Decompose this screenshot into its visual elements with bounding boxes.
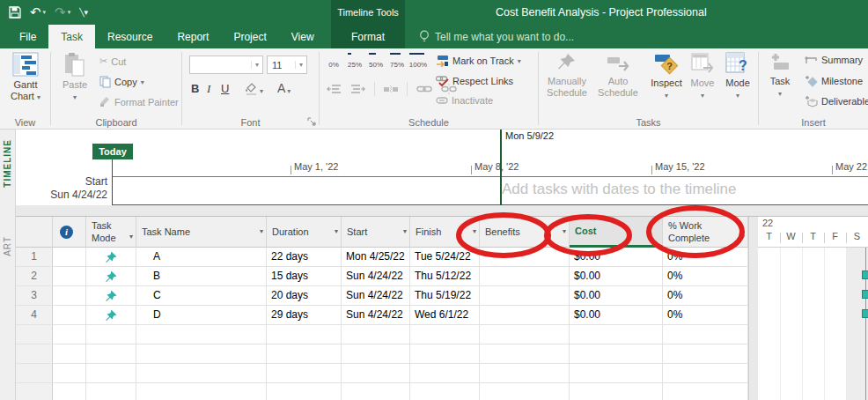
- indent-task-icon[interactable]: [350, 84, 365, 95]
- pct-75-button[interactable]: 75%: [386, 55, 408, 70]
- finish-cell[interactable]: Thu 5/19/22: [410, 286, 480, 306]
- row-number[interactable]: 1: [16, 248, 53, 267]
- empty-cell[interactable]: [480, 383, 570, 400]
- column-header-benefits[interactable]: Benefits▾: [480, 217, 570, 248]
- empty-cell[interactable]: [267, 344, 342, 364]
- row-number[interactable]: [16, 344, 53, 364]
- task-name-cell[interactable]: A: [136, 248, 267, 267]
- work-complete-cell[interactable]: 0%: [663, 248, 748, 267]
- empty-cell[interactable]: [663, 344, 748, 364]
- empty-cell[interactable]: [342, 325, 410, 344]
- empty-cell[interactable]: [410, 383, 480, 400]
- filter-dropdown-icon[interactable]: ▾: [403, 226, 407, 238]
- start-cell[interactable]: Sun 4/24/22: [342, 267, 410, 286]
- task-mode-cell[interactable]: [86, 248, 136, 267]
- empty-cell[interactable]: [480, 325, 570, 344]
- inactivate-button[interactable]: Inactivate: [436, 95, 493, 106]
- column-header-work-complete[interactable]: % Work Complete▾: [663, 217, 748, 248]
- mark-on-track-button[interactable]: Mark on Track ▾: [436, 55, 521, 67]
- format-painter-button[interactable]: Format Painter: [99, 96, 179, 107]
- paste-button[interactable]: Paste▾: [56, 52, 93, 103]
- tab-resource[interactable]: Resource: [95, 25, 165, 48]
- pct-25-button[interactable]: 25%: [344, 55, 365, 70]
- tell-me-box[interactable]: Tell me what you want to do...: [419, 25, 574, 48]
- row-number[interactable]: 3: [16, 286, 53, 306]
- finish-cell[interactable]: Tue 5/24/22: [410, 248, 480, 267]
- task-mode-cell[interactable]: [86, 306, 136, 325]
- column-header-task-name[interactable]: Task Name▾: [136, 217, 267, 248]
- benefits-cell[interactable]: [480, 306, 570, 325]
- insert-summary-button[interactable]: Summary: [805, 55, 863, 65]
- cost-cell[interactable]: $0.00: [570, 306, 663, 325]
- pct-0-button[interactable]: 0%: [323, 55, 344, 70]
- empty-cell[interactable]: [267, 364, 342, 383]
- undo-button[interactable]: ↶▾: [30, 3, 46, 22]
- benefits-cell[interactable]: [480, 286, 570, 306]
- work-complete-cell[interactable]: 0%: [663, 267, 748, 286]
- insert-task-button[interactable]: Task▾: [762, 52, 798, 100]
- empty-cell[interactable]: [53, 364, 86, 383]
- customize-qat-icon[interactable]: ╲︎▾: [79, 3, 88, 22]
- row-number[interactable]: [16, 383, 53, 400]
- filter-dropdown-icon[interactable]: ▾: [741, 231, 745, 243]
- insert-milestone-button[interactable]: Milestone: [805, 75, 863, 87]
- empty-cell[interactable]: [136, 344, 267, 364]
- gantt-bar-task-c[interactable]: [862, 290, 868, 299]
- bold-button[interactable]: B: [191, 82, 199, 95]
- duration-cell[interactable]: 15 days: [267, 267, 342, 286]
- gantt-bar-task-d[interactable]: [862, 309, 868, 318]
- empty-cell[interactable]: [663, 325, 748, 344]
- split-task-icon[interactable]: [384, 84, 398, 94]
- font-size-dropdown-icon[interactable]: ▾: [295, 61, 306, 69]
- empty-cell[interactable]: [53, 325, 86, 344]
- column-header-cost[interactable]: Cost: [570, 217, 663, 248]
- row-number[interactable]: 4: [16, 306, 53, 325]
- filter-dropdown-icon[interactable]: ▾: [563, 226, 566, 238]
- empty-cell[interactable]: [342, 383, 410, 400]
- pane-splitter-horizontal[interactable]: [16, 205, 868, 217]
- empty-cell[interactable]: [86, 325, 136, 344]
- save-icon[interactable]: [9, 6, 21, 19]
- task-name-cell[interactable]: C: [136, 286, 267, 306]
- indicator-cell[interactable]: [53, 248, 86, 267]
- duration-cell[interactable]: 20 days: [267, 286, 342, 306]
- empty-cell[interactable]: [136, 325, 267, 344]
- empty-cell[interactable]: [86, 383, 136, 400]
- cost-cell[interactable]: $0.00: [570, 286, 663, 306]
- empty-cell[interactable]: [480, 364, 570, 383]
- font-size-combobox[interactable]: 11▾: [267, 56, 307, 74]
- tab-file[interactable]: File: [7, 25, 48, 48]
- mode-button[interactable]: ? Mode▾: [720, 52, 755, 101]
- task-name-cell[interactable]: B: [136, 267, 267, 286]
- underline-button[interactable]: U: [221, 82, 229, 95]
- row-number[interactable]: [16, 325, 53, 344]
- font-color-button[interactable]: A ▾: [277, 81, 291, 95]
- empty-cell[interactable]: [267, 383, 342, 400]
- row-number[interactable]: 2: [16, 267, 53, 286]
- empty-cell[interactable]: [570, 344, 663, 364]
- manually-schedule-button[interactable]: Manually Schedule: [541, 52, 592, 99]
- start-cell[interactable]: Sun 4/24/22: [342, 306, 410, 325]
- select-all-corner[interactable]: [16, 217, 53, 248]
- filter-dropdown-icon[interactable]: ▾: [473, 226, 476, 238]
- insert-deliverable-button[interactable]: Deliverable: [805, 95, 868, 107]
- empty-cell[interactable]: [86, 344, 136, 364]
- empty-cell[interactable]: [480, 344, 570, 364]
- empty-cell[interactable]: [570, 325, 663, 344]
- row-number[interactable]: [16, 364, 53, 383]
- tab-task[interactable]: Task: [48, 25, 95, 48]
- move-button[interactable]: Move▾: [687, 52, 718, 101]
- inspect-button[interactable]: ? Inspect▾: [646, 52, 687, 101]
- pct-100-button[interactable]: 100%: [408, 55, 429, 70]
- link-tasks-icon[interactable]: [416, 85, 432, 93]
- task-mode-cell[interactable]: [86, 286, 136, 306]
- work-complete-cell[interactable]: 0%: [663, 286, 748, 306]
- cut-button[interactable]: ✂Cut: [99, 56, 126, 67]
- empty-cell[interactable]: [342, 364, 410, 383]
- cost-cell[interactable]: $0.00: [570, 267, 663, 286]
- column-header-duration[interactable]: Duration▾: [267, 217, 342, 248]
- duration-cell[interactable]: 29 days: [267, 306, 342, 325]
- font-dialog-launcher-icon[interactable]: [307, 117, 316, 126]
- column-header-start[interactable]: Start▾: [342, 217, 410, 248]
- filter-dropdown-icon[interactable]: ▾: [260, 226, 263, 238]
